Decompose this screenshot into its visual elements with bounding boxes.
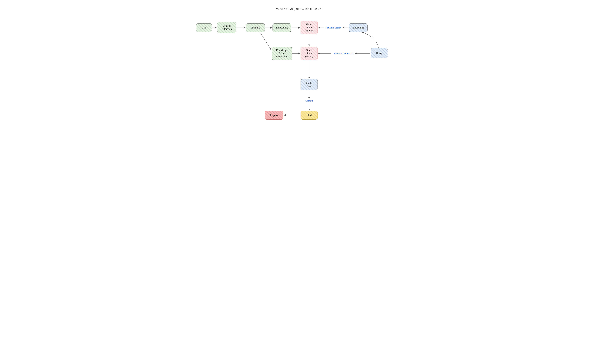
diagram-title: Vector + GraphRAG Architecture (184, 7, 414, 11)
title-text: Vector + GraphRAG Architecture (276, 7, 322, 11)
node-embedding-left: Embedding (273, 23, 291, 32)
node-embedding-right: Embedding (349, 23, 367, 32)
edge-label-text2cypher: Text2Cypher Search (333, 52, 354, 55)
node-response: Response (265, 111, 283, 120)
edge-chunking-to-kg (260, 32, 271, 50)
node-query: Query (371, 48, 388, 58)
node-llm: LLM (300, 111, 318, 120)
node-graph-store: Graph Store (Neo4j) (300, 47, 318, 60)
node-content-extraction: Content Extraction (217, 22, 236, 33)
edge-label-semantic-search: Semantic Search (325, 26, 342, 29)
node-vector-store: Vector Store (Milvus) (300, 21, 318, 34)
edge-label-context: Context (305, 99, 314, 102)
node-kg-generation: Knowledge Graph Generation (272, 47, 292, 60)
node-chunking: Chunking (246, 23, 265, 32)
edge-query-to-embedding (362, 32, 378, 48)
diagram-canvas: Vector + GraphRAG Architecture Data Cont… (184, 0, 414, 145)
edge-layer (184, 0, 414, 145)
node-data: Data (196, 23, 212, 32)
node-similar-data: Similar Data (300, 79, 318, 90)
